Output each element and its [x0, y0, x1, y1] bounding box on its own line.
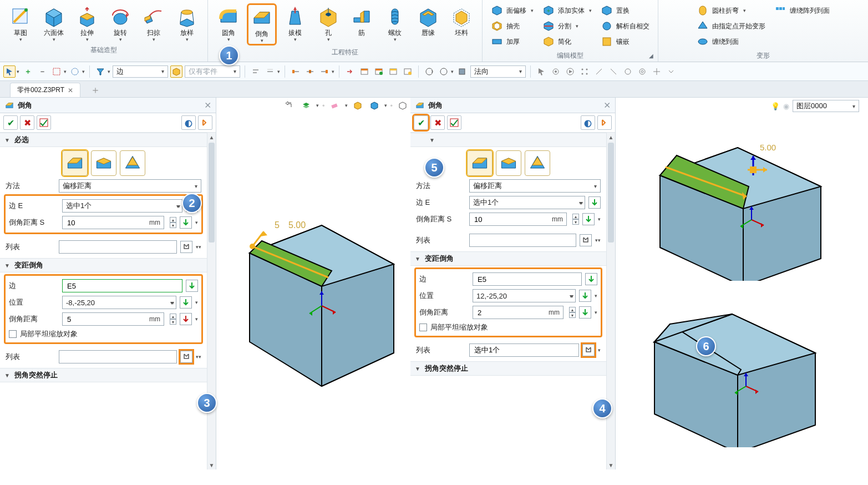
edge2-input[interactable]: [473, 272, 582, 286]
scroll-down-icon[interactable]: ▼: [607, 461, 615, 469]
list-save-icon[interactable]: [180, 351, 192, 363]
dist2-input[interactable]: mm: [62, 312, 164, 326]
pick-icon[interactable]: [186, 280, 198, 292]
ts-marquee[interactable]: [50, 65, 63, 78]
add-tab-button[interactable]: ＋: [84, 83, 107, 97]
scrollbar[interactable]: ▲ ▼: [606, 133, 615, 469]
ribbon-sweep[interactable]: 扫掠▾: [139, 3, 169, 43]
scroll-up-icon[interactable]: ▲: [607, 133, 615, 142]
section-stop[interactable]: 拐角突然停止: [0, 368, 207, 382]
vt-layers-icon[interactable]: [300, 99, 313, 112]
section-vari[interactable]: 变距倒角: [0, 258, 207, 272]
pick-icon[interactable]: [180, 296, 192, 309]
spinner[interactable]: ▲▼: [569, 307, 576, 318]
ts-win4[interactable]: [402, 65, 414, 78]
scroll-up-icon[interactable]: ▲: [207, 133, 216, 142]
method-combo[interactable]: 偏移距离▾: [469, 179, 601, 193]
ts-filter-icon[interactable]: [94, 65, 106, 78]
scrollbar[interactable]: ▲ ▼: [207, 133, 216, 469]
list-input[interactable]: [59, 240, 177, 254]
ts-filter-combo[interactable]: 边▾: [113, 65, 168, 78]
ribbon-box[interactable]: 六面体▾: [39, 3, 69, 43]
ribbon-point-deform[interactable]: 由指定点开始变形: [694, 19, 768, 33]
flat-checkbox[interactable]: 局部平坦缩放对象: [419, 322, 597, 332]
pick-icon[interactable]: [585, 273, 597, 285]
ok-button[interactable]: ✔: [414, 115, 428, 130]
scroll-thumb[interactable]: [209, 143, 215, 243]
chamfer-type-3[interactable]: [525, 150, 550, 176]
ts-win1[interactable]: [358, 65, 370, 78]
pick-icon[interactable]: [180, 216, 192, 229]
close-icon[interactable]: ✕: [68, 87, 73, 94]
ts-orient-combo[interactable]: 法向▾: [470, 65, 526, 78]
pick-icon[interactable]: [588, 196, 601, 209]
ts-plane[interactable]: [456, 65, 468, 78]
panel-close-icon[interactable]: ⨯: [603, 100, 611, 110]
chamfer-type-3[interactable]: [120, 150, 145, 176]
ribbon-rib[interactable]: 筋: [347, 3, 377, 39]
ribbon-extrude[interactable]: 拉伸▾: [72, 3, 102, 43]
doc-tab[interactable]: 零件002.Z3PRT ✕: [10, 83, 80, 97]
list-save-icon[interactable]: [180, 241, 192, 253]
ts-play[interactable]: [564, 65, 576, 78]
eye-icon[interactable]: ◉: [783, 102, 789, 110]
ts-scope-combo[interactable]: 仅有零件▾: [185, 65, 240, 78]
edge-combo[interactable]: 选中1个▾▾: [469, 196, 585, 209]
spinner[interactable]: ▲▼: [170, 314, 176, 325]
ribbon-wrap-array[interactable]: 缠绕阵列到面: [771, 3, 833, 18]
pick-icon[interactable]: [582, 213, 595, 225]
dist-input[interactable]: mm: [469, 213, 567, 226]
ribbon-fillet[interactable]: 圆角▾: [214, 3, 243, 43]
ts-node-m[interactable]: [304, 65, 316, 78]
chamfer-type-1[interactable]: [467, 150, 493, 176]
ribbon-thicken[interactable]: 加厚: [488, 34, 536, 49]
ts-win3[interactable]: [387, 65, 399, 78]
panel-close-icon[interactable]: ⨯: [204, 100, 211, 110]
list-input[interactable]: [469, 234, 576, 247]
ts-win2[interactable]: [373, 65, 385, 78]
edge2-input[interactable]: [62, 279, 182, 292]
section-must[interactable]: [410, 133, 606, 147]
spinner[interactable]: ▲▼: [170, 217, 176, 228]
method-combo[interactable]: 偏移距离▾: [59, 179, 201, 193]
bulb-icon[interactable]: 💡: [771, 102, 780, 110]
ts-align-2[interactable]: [264, 65, 276, 78]
ribbon-simplify[interactable]: 简化: [540, 34, 595, 49]
ribbon-draft[interactable]: 拔模▾: [280, 3, 310, 43]
ts-circle1[interactable]: [622, 65, 634, 78]
viewport-right[interactable]: 💡 ◉ 图层0000▾ 5.00: [616, 98, 868, 469]
pos-combo[interactable]: -8,-25,20▾▾: [62, 296, 176, 309]
ribbon-split[interactable]: 分割▾: [540, 19, 595, 33]
side-button[interactable]: [198, 115, 212, 130]
vt-shade-icon[interactable]: [351, 99, 364, 112]
chamfer-type-2[interactable]: [91, 150, 116, 176]
vt-cube-icon[interactable]: [368, 99, 381, 112]
cancel-button[interactable]: ✖: [430, 115, 445, 130]
ribbon-cyl-bend[interactable]: 圆柱折弯▾: [694, 3, 768, 18]
vt-undo-icon[interactable]: [283, 99, 296, 112]
dist2-input[interactable]: mm: [473, 306, 564, 319]
chamfer-type-2[interactable]: [496, 150, 521, 176]
section-stop[interactable]: 拐角突然停止: [410, 361, 606, 376]
ribbon-sketch[interactable]: 草图▾: [6, 3, 35, 43]
scroll-thumb[interactable]: [608, 143, 614, 243]
ts-align-1[interactable]: [250, 65, 262, 78]
ribbon-inlay[interactable]: 镶嵌: [598, 34, 652, 49]
ts-scope-icon[interactable]: [170, 65, 182, 78]
ribbon-shell[interactable]: 抽壳: [488, 19, 536, 33]
ts-node-r[interactable]: [318, 65, 331, 78]
list2-input[interactable]: [469, 343, 579, 357]
cancel-button[interactable]: ✖: [20, 115, 34, 130]
side-button[interactable]: [597, 115, 612, 130]
ts-rot1[interactable]: [423, 65, 435, 78]
viewport-left[interactable]: ▾ • ▾ ▾ • ▾ 5 5.00: [216, 98, 410, 469]
list-save-icon[interactable]: [580, 234, 592, 246]
chamfer-type-1[interactable]: [62, 150, 88, 176]
ts-arrow[interactable]: [344, 65, 356, 78]
info-button[interactable]: ◐: [181, 115, 196, 130]
apply-button[interactable]: [447, 115, 461, 130]
ts-lasso[interactable]: [69, 65, 81, 78]
ribbon-thread[interactable]: 螺纹▾: [380, 3, 410, 43]
ts-gear[interactable]: [550, 65, 562, 78]
ok-button[interactable]: ✔: [3, 115, 18, 130]
